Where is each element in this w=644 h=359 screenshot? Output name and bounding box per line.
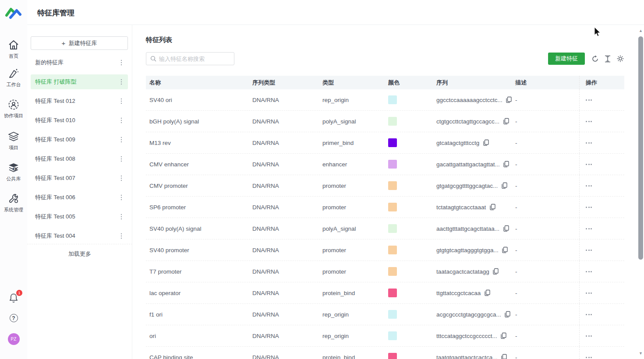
plus-icon: + (62, 39, 66, 47)
table-settings-button[interactable] (616, 54, 625, 63)
scrollbar-thumb[interactable] (638, 36, 643, 260)
copy-icon[interactable] (501, 354, 508, 359)
scroll-up-arrow[interactable]: ▲ (638, 28, 643, 33)
sequence-type: DNA/RNA (249, 239, 319, 260)
kebab-menu-icon[interactable] (118, 78, 124, 85)
new-library-label: 新建特征库 (68, 39, 97, 47)
kebab-menu-icon[interactable] (118, 117, 124, 124)
rail-item-system-admin[interactable]: 系统管理 (0, 193, 27, 213)
copy-icon[interactable] (500, 332, 507, 339)
notifications-button[interactable]: 1 (0, 292, 27, 306)
library-item[interactable]: 特征库 Test 004 (31, 229, 128, 243)
library-item[interactable]: 特征库 Test 010 (31, 113, 128, 128)
user-avatar[interactable]: PZ (0, 333, 27, 345)
library-item[interactable]: 特征库 打破阵型 (31, 74, 128, 89)
library-item-label: 特征库 Test 006 (35, 194, 75, 201)
load-more-button[interactable]: 加载更多 (27, 244, 132, 263)
row-actions-button[interactable] (586, 118, 596, 125)
feature-list-title: 特征列表 (146, 36, 172, 44)
row-actions-button[interactable] (586, 204, 596, 211)
copy-icon[interactable] (502, 225, 510, 232)
rail-item-public-library[interactable]: E公共库 (0, 162, 27, 182)
rail-item-home[interactable]: 首页 (0, 39, 27, 60)
library-item[interactable]: 特征库 Test 006 (31, 190, 128, 205)
kebab-menu-icon[interactable] (118, 194, 124, 201)
feature-name: SV40 ori (146, 89, 249, 110)
library-item[interactable]: 特征库 Test 009 (31, 132, 128, 147)
new-library-button[interactable]: + 新建特征库 (31, 36, 128, 50)
new-feature-button[interactable]: 新建特征 (548, 53, 585, 65)
copy-icon[interactable] (482, 139, 489, 146)
feature-name: ori (146, 325, 249, 346)
kebab-menu-icon[interactable] (118, 136, 124, 143)
library-item[interactable]: 特征库 Test 005 (31, 209, 128, 224)
row-actions-button[interactable] (586, 332, 596, 339)
table-header: 名称序列类型类型颜色序列描述操作 (146, 76, 624, 89)
sequence-type: DNA/RNA (249, 325, 319, 346)
row-actions-button[interactable] (586, 182, 596, 189)
scroll-down-arrow[interactable]: ▼ (638, 351, 643, 356)
copy-icon[interactable] (501, 182, 508, 189)
search-input[interactable] (159, 56, 229, 62)
feature-name: T7 promoter (146, 261, 249, 282)
feature-name: CMV enhancer (146, 154, 249, 175)
copy-icon[interactable] (504, 311, 511, 318)
kebab-menu-icon[interactable] (118, 175, 124, 182)
sequence-cell: ttgttatccgctcacaa (433, 282, 512, 303)
copy-icon[interactable] (502, 246, 509, 253)
kebab-menu-icon[interactable] (118, 59, 124, 66)
description: - (512, 132, 579, 153)
feature-type: protein_bind (319, 282, 385, 303)
description: - (512, 304, 579, 325)
color-cell (385, 347, 433, 359)
library-item[interactable]: 特征库 Test 007 (31, 171, 128, 186)
kebab-menu-icon[interactable] (118, 213, 124, 220)
copy-icon[interactable] (492, 268, 499, 275)
app-logo-icon[interactable] (4, 5, 23, 21)
feature-row: SP6 promoterDNA/RNApromotertctatagtgtcac… (146, 197, 624, 218)
row-actions-button[interactable] (586, 161, 596, 168)
copy-icon[interactable] (502, 118, 510, 125)
kebab-menu-icon[interactable] (118, 98, 124, 105)
row-actions-button[interactable] (586, 289, 596, 296)
library-item-label: 特征库 Test 012 (35, 97, 75, 105)
library-item[interactable]: 特征库 Test 012 (31, 94, 128, 109)
kebab-menu-icon[interactable] (118, 155, 124, 162)
vertical-scrollbar[interactable]: ▲ ▼ (637, 25, 644, 359)
row-actions-button[interactable] (586, 225, 596, 232)
row-actions-button[interactable] (586, 311, 596, 318)
rail-item-collab-project[interactable]: 协作项目 (0, 99, 27, 119)
color-swatch (388, 224, 397, 233)
kebab-menu-icon[interactable] (118, 232, 124, 239)
library-item[interactable]: 特征库 Test 008 (31, 151, 128, 166)
row-actions-button[interactable] (586, 354, 596, 359)
row-actions-button[interactable] (586, 268, 596, 275)
refresh-button[interactable] (590, 54, 600, 63)
library-item[interactable]: 新的特征库 (31, 55, 128, 70)
sequence-type: DNA/RNA (249, 111, 319, 132)
rail-item-workbench[interactable]: 工作台 (0, 68, 27, 88)
help-button[interactable]: ? (0, 314, 27, 322)
feature-name: lac operator (146, 282, 249, 303)
copy-icon[interactable] (503, 161, 510, 168)
row-actions-button[interactable] (586, 246, 596, 253)
copy-icon[interactable] (506, 96, 512, 103)
row-height-button[interactable] (603, 54, 612, 63)
library-item-label: 特征库 Test 009 (35, 136, 75, 144)
feature-type: promoter (319, 175, 385, 196)
row-actions-button[interactable] (586, 139, 596, 146)
feature-name: CMV promoter (146, 175, 249, 196)
description: - (512, 347, 579, 359)
rail-item-project[interactable]: 项目 (0, 131, 27, 151)
sequence-cell: gtgatgcggttttggcagtac... (433, 175, 512, 196)
library-item-label: 特征库 Test 008 (35, 155, 75, 163)
system-admin-icon (8, 193, 19, 204)
copy-icon[interactable] (484, 289, 491, 296)
sequence-cell: gtgtgtcagttagggtgtgga... (433, 239, 512, 260)
copy-icon[interactable] (489, 204, 496, 211)
feature-name: SV40 promoter (146, 239, 249, 260)
row-actions-button[interactable] (586, 96, 596, 103)
color-cell (385, 239, 433, 260)
feature-name: bGH poly(A) signal (146, 111, 249, 132)
feature-name: f1 ori (146, 304, 249, 325)
